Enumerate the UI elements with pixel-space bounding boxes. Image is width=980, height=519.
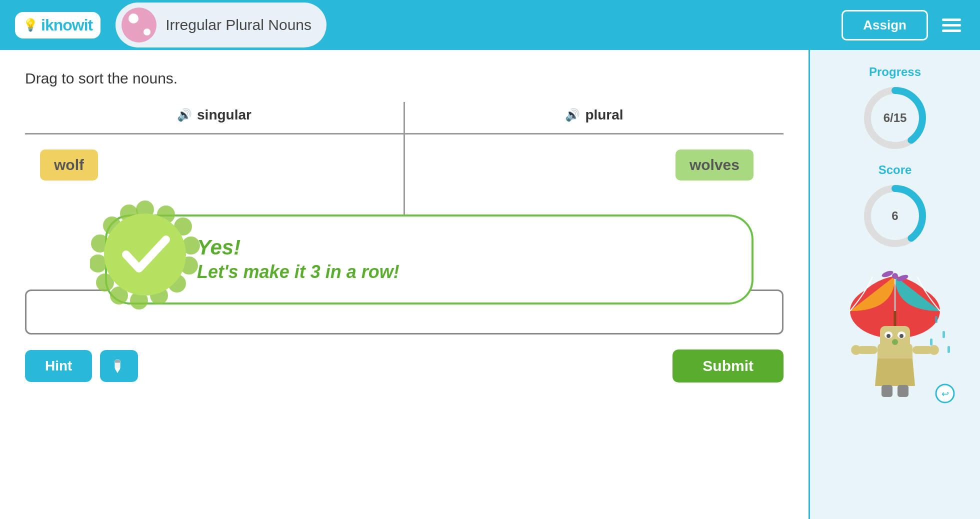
hint-button[interactable]: Hint bbox=[25, 350, 92, 382]
svg-point-31 bbox=[900, 334, 904, 338]
svg-point-32 bbox=[892, 339, 898, 345]
progress-label: Progress bbox=[860, 65, 930, 79]
plural-label: plural bbox=[585, 107, 623, 123]
menu-button[interactable] bbox=[938, 14, 965, 36]
svg-point-30 bbox=[886, 334, 890, 338]
sort-header: 🔊 singular 🔊 plural bbox=[25, 102, 784, 134]
pencil-icon bbox=[111, 358, 127, 374]
sort-body: wolf wolves bbox=[25, 134, 784, 274]
svg-point-35 bbox=[851, 345, 861, 355]
svg-rect-37 bbox=[882, 385, 892, 397]
lesson-pill: Irregular Plural Nouns bbox=[116, 2, 326, 48]
main-container: Drag to sort the nouns. 🔊 singular 🔊 plu… bbox=[0, 50, 980, 519]
bottom-left-buttons: Hint bbox=[25, 350, 138, 382]
menu-line-3 bbox=[942, 30, 961, 32]
score-circle: 6 bbox=[860, 181, 930, 251]
success-badge bbox=[90, 200, 200, 310]
header-right: Assign bbox=[842, 10, 965, 40]
plural-word-card[interactable]: wolves bbox=[676, 150, 754, 180]
svg-rect-41 bbox=[930, 338, 932, 346]
logo-text: iknowit bbox=[41, 16, 92, 34]
plural-sound-icon[interactable]: 🔊 bbox=[565, 108, 580, 122]
header: 💡 iknowit Irregular Plural Nouns Assign bbox=[0, 0, 980, 50]
svg-rect-42 bbox=[948, 346, 950, 353]
success-yes-text: Yes! bbox=[197, 235, 732, 260]
svg-rect-40 bbox=[942, 331, 945, 338]
assign-button[interactable]: Assign bbox=[842, 10, 928, 40]
logo-bulb-icon: 💡 bbox=[23, 18, 38, 32]
lesson-title: Irregular Plural Nouns bbox=[166, 16, 312, 34]
svg-point-23 bbox=[892, 273, 898, 279]
content-area: Drag to sort the nouns. 🔊 singular 🔊 plu… bbox=[0, 50, 810, 519]
pencil-button[interactable] bbox=[100, 350, 138, 382]
mascot-area: ↩ bbox=[830, 266, 960, 406]
mascot-svg: ↩ bbox=[830, 266, 960, 406]
bottom-bar: Hint Submit bbox=[25, 350, 784, 382]
menu-line-1 bbox=[942, 18, 961, 21]
instruction-text: Drag to sort the nouns. bbox=[25, 70, 784, 87]
menu-line-2 bbox=[942, 24, 961, 26]
svg-rect-39 bbox=[935, 316, 938, 323]
singular-sound-icon[interactable]: 🔊 bbox=[177, 108, 192, 122]
progress-section: Progress 6/15 bbox=[860, 65, 930, 153]
svg-rect-27 bbox=[880, 326, 910, 351]
logo-area: 💡 iknowit bbox=[15, 12, 100, 38]
progress-circle: 6/15 bbox=[860, 83, 930, 153]
sidebar: Progress 6/15 Score 6 bbox=[810, 50, 980, 519]
singular-column-header: 🔊 singular bbox=[25, 102, 405, 133]
progress-value: 6/15 bbox=[884, 111, 907, 125]
score-section: Score 6 bbox=[860, 163, 930, 251]
svg-rect-38 bbox=[898, 385, 908, 397]
success-overlay: Yes! Let's make it 3 in a row! bbox=[105, 214, 754, 304]
lesson-icon bbox=[122, 8, 156, 42]
singular-word-card[interactable]: wolf bbox=[40, 150, 98, 180]
logo-box: 💡 iknowit bbox=[15, 12, 100, 38]
submit-button[interactable]: Submit bbox=[672, 350, 784, 382]
success-sub-text: Let's make it 3 in a row! bbox=[197, 260, 732, 284]
singular-label: singular bbox=[197, 107, 252, 123]
svg-point-14 bbox=[104, 214, 186, 296]
score-label: Score bbox=[860, 163, 930, 177]
score-value: 6 bbox=[892, 209, 898, 223]
svg-rect-17 bbox=[115, 360, 120, 363]
plural-column-header: 🔊 plural bbox=[405, 102, 784, 133]
svg-marker-16 bbox=[115, 369, 120, 373]
svg-point-36 bbox=[929, 345, 939, 355]
svg-text:↩: ↩ bbox=[942, 389, 949, 399]
